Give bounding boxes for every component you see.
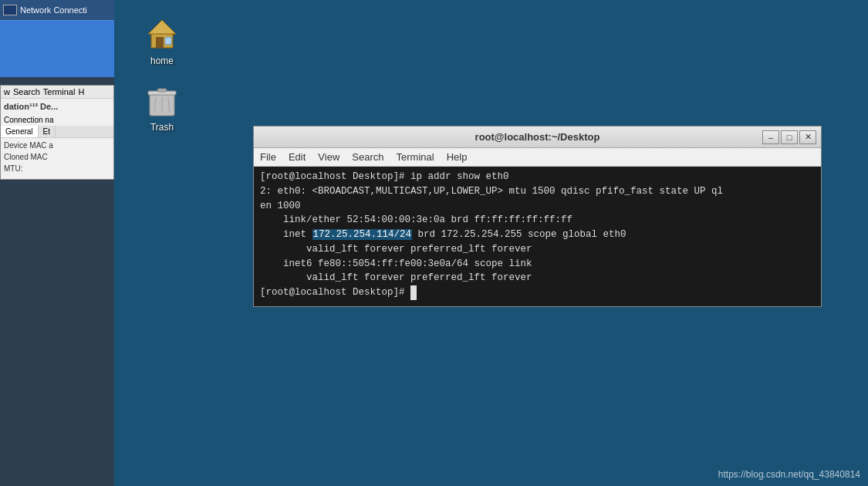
svg-rect-4 [156,37,164,48]
view-label: w [4,87,10,96]
trash-icon-container[interactable]: Trash [131,82,193,133]
terminal-line-6: inet6 fe80::5054:ff:fe00:3e0a/64 scope l… [260,257,815,272]
home-icon [144,15,181,52]
help-label: H [78,87,84,96]
highlighted-ip: 172.25.254.114/24 [312,229,413,240]
home-label: home [150,56,174,66]
menu-file[interactable]: File [257,150,279,164]
menu-help[interactable]: Help [444,150,471,164]
terminal-line-3: link/ether 52:54:00:00:3e:0a brd ff:ff:f… [260,213,815,228]
terminal-window: root@localhost:~/Desktop – □ ✕ File Edit… [253,126,822,307]
terminal-menubar: File Edit View Search Terminal Help [254,148,821,167]
menu-search[interactable]: Search [349,150,387,164]
terminal-line-2: en 1000 [260,199,815,214]
search-label: Search [13,87,40,96]
window-controls: – □ ✕ [762,130,816,144]
device-mac-row: Device MAC a [4,141,110,150]
trash-icon [144,82,181,119]
left-panel: Network Connecti w Search Terminal H dat… [0,0,114,486]
nm-title-text-value: dation¹¹³ De... [4,102,58,111]
home-svg [145,17,179,51]
terminal-line-5: valid_lft forever preferred_lft forever [260,242,815,257]
desktop: Network Connecti w Search Terminal H dat… [0,0,868,486]
terminal-title: root@localhost:~/Desktop [312,131,762,143]
maximize-button[interactable]: □ [781,130,798,144]
terminal-cursor [410,285,417,300]
menu-terminal[interactable]: Terminal [393,150,437,164]
tab-general[interactable]: General [1,126,39,137]
home-icon-container[interactable]: home [131,15,193,66]
nm-partial-window: w Search Terminal H dation¹¹³ De... Conn… [0,85,114,180]
nm-form: Device MAC a Cloned MAC MTU: [1,138,113,179]
terminal-line-1: 2: eth0: <BROADCAST,MULTICAST,UP,LOWER_U… [260,184,815,199]
network-icon [3,5,17,15]
trash-svg [147,83,177,117]
terminal-line-8: [root@localhost Desktop]# [260,285,815,300]
menu-edit[interactable]: Edit [285,150,309,164]
nm-toolbar: w Search Terminal H [1,86,113,99]
nm-title-text: dation¹¹³ De... [1,99,113,114]
svg-rect-5 [165,38,171,44]
terminal-titlebar: root@localhost:~/Desktop – □ ✕ [254,127,821,148]
terminal-label: Terminal [43,87,76,96]
svg-rect-8 [157,89,167,92]
nm-conn-name: Connection na [1,114,113,126]
svg-marker-3 [148,20,176,34]
terminal-body[interactable]: [root@localhost Desktop]# ip addr show e… [254,167,821,306]
trash-label: Trash [150,122,174,133]
network-conn-label: Network Connecti [20,5,87,15]
terminal-line-4: inet 172.25.254.114/24 brd 172.25.254.25… [260,228,815,242]
terminal-line-0: [root@localhost Desktop]# ip addr show e… [260,170,815,184]
cloned-mac-row: Cloned MAC [4,153,110,161]
mtu-row: MTU: [4,164,110,173]
watermark: https://blog.csdn.net/qq_43840814 [718,469,860,480]
tab-et[interactable]: Et [39,126,56,137]
menu-view[interactable]: View [315,150,343,164]
minimize-button[interactable]: – [762,130,779,144]
close-button[interactable]: ✕ [799,130,816,144]
terminal-line-7: valid_lft forever preferred_lft forever [260,271,815,285]
taskbar-area: Network Connecti [0,0,114,77]
nm-tabs: General Et [1,126,113,138]
desktop-icons-area: home Trash [131,0,208,133]
